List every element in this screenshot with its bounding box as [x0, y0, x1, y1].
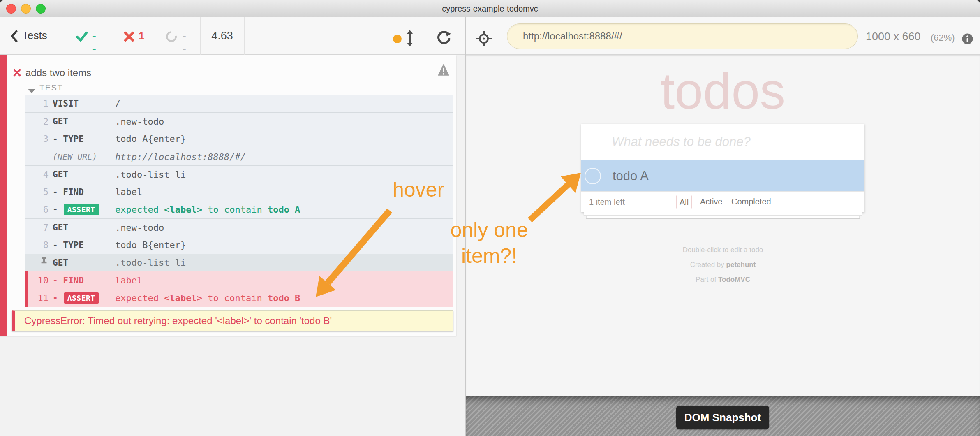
annotation-only-one-item: only one item?!	[441, 217, 538, 269]
todo-checkbox-icon[interactable]	[585, 168, 601, 184]
test-failed-icon	[13, 69, 21, 77]
filter-active[interactable]: Active	[700, 195, 722, 209]
filter-completed[interactable]: Completed	[731, 195, 771, 209]
command-row-find[interactable]: 5 - FIND label	[25, 183, 453, 201]
todo-app-card: What needs to be done? todo A 1 item lef…	[581, 124, 864, 212]
command-row-get[interactable]: 7 GET .new-todo	[25, 218, 453, 236]
todo-item-row-highlighted[interactable]: todo A	[581, 160, 864, 191]
card-stack-decoration	[586, 216, 860, 218]
titlebar: cypress-example-todomvc	[0, 0, 980, 17]
app-footer-hint: Double-click to edit a todo	[581, 246, 864, 254]
cypress-runner-window: cypress-example-todomvc Tests -- 1 -- 4.…	[0, 0, 980, 436]
chevron-left-icon	[10, 30, 18, 42]
todo-item-label[interactable]: todo A	[612, 160, 649, 192]
attempt-section-label[interactable]: TEST	[39, 83, 63, 93]
selector-playground-icon[interactable]	[476, 31, 492, 46]
todos-heading: todos	[581, 60, 864, 122]
passed-count: --	[92, 30, 96, 55]
todo-card-footer: 1 item left All Active Completed	[581, 191, 864, 212]
toolbar-divider	[63, 17, 63, 55]
pending-count: --	[183, 30, 186, 55]
command-row-get-pinned[interactable]: GET .todo-list li	[25, 254, 453, 271]
check-icon	[76, 31, 88, 42]
command-row-new-url[interactable]: (NEW URL) http://localhost:8888/#/	[25, 148, 453, 165]
failed-test-block: adds two items TEST 1 VISIT / 2 GET .new…	[0, 55, 456, 336]
assert-badge-failed: ASSERT	[64, 292, 99, 304]
reporter-panel: adds two items TEST 1 VISIT / 2 GET .new…	[0, 55, 465, 436]
viewport-zoom: (62%)	[931, 32, 955, 43]
failed-count: 1	[139, 30, 144, 42]
snapshot-stripe-area: DOM Snapshot	[466, 396, 980, 436]
viewport-size: 1000 x 660	[866, 30, 921, 43]
auto-scrolling-indicator-icon[interactable]	[393, 35, 402, 43]
x-icon	[124, 31, 134, 42]
hierarchy-indent-line	[16, 80, 16, 307]
command-row-type[interactable]: 8 - TYPE todo B{enter}	[25, 236, 453, 254]
cypress-error-message[interactable]: CypressError: Timed out retrying: expect…	[12, 310, 453, 331]
test-duration: 4.63	[200, 17, 244, 55]
toolbar-divider	[244, 17, 245, 55]
author-link[interactable]: petehunt	[726, 261, 756, 269]
new-todo-input[interactable]: What needs to be done?	[581, 124, 864, 160]
annotation-hover: hover	[393, 178, 444, 202]
filter-all[interactable]: All	[676, 195, 692, 209]
refresh-icon[interactable]	[437, 30, 451, 45]
command-row-type[interactable]: 3 - TYPE todo A{enter}	[25, 130, 453, 148]
scroll-up-down-icon[interactable]	[406, 30, 414, 46]
app-preview-panel: todos What needs to be done? todo A 1 it…	[466, 55, 980, 396]
command-row-assert-failed[interactable]: 11 -ASSERT expected <label> to contain t…	[25, 289, 453, 307]
command-row-visit[interactable]: 1 VISIT /	[25, 95, 453, 112]
command-row-get[interactable]: 2 GET .new-todo	[25, 112, 453, 130]
command-row-assert-passed[interactable]: 6 -ASSERT expected <label> to contain to…	[25, 201, 453, 218]
todomvc-link[interactable]: TodoMVC	[718, 276, 750, 283]
command-log: 1 VISIT / 2 GET .new-todo 3 - TYPE todo …	[25, 95, 453, 307]
back-label: Tests	[22, 29, 47, 42]
command-row-get[interactable]: 4 GET .todo-list li	[25, 165, 453, 183]
app-footer-credit: Created by petehunt	[581, 261, 864, 269]
assert-badge-passed: ASSERT	[64, 204, 99, 215]
command-row-find-failed[interactable]: 10 - FIND label	[25, 271, 453, 289]
test-title[interactable]: adds two items	[25, 66, 91, 80]
url-input[interactable]: http://localhost:8888/#/	[507, 23, 858, 49]
window-title: cypress-example-todomvc	[0, 0, 980, 17]
app-footer-brand: Part of TodoMVC	[581, 276, 864, 284]
items-left-count: 1 item left	[589, 192, 625, 212]
card-stack-decoration	[584, 212, 862, 216]
dom-snapshot-button[interactable]: DOM Snapshot	[676, 406, 769, 429]
collapse-triangle-icon[interactable]	[28, 89, 35, 93]
viewport-info-icon[interactable]	[962, 33, 973, 44]
warning-triangle-icon	[437, 63, 450, 77]
pin-icon[interactable]	[39, 257, 49, 267]
